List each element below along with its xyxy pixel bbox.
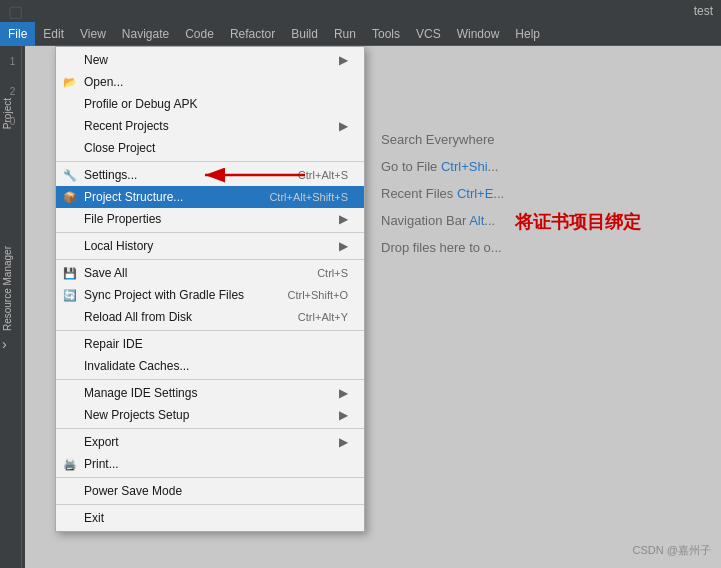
save-all-icon: 💾 — [62, 265, 78, 281]
reload-icon — [62, 309, 78, 325]
menu-edit[interactable]: Edit — [35, 22, 72, 46]
menu-item-open[interactable]: 📂 Open... — [56, 71, 364, 93]
menu-view[interactable]: View — [72, 22, 114, 46]
watermark-text: CSDN @嘉州子 — [633, 543, 711, 558]
collapse-icon[interactable]: › — [2, 336, 7, 352]
close-project-icon — [62, 140, 78, 156]
menu-navigate[interactable]: Navigate — [114, 22, 177, 46]
window-controls: ▢ — [8, 2, 23, 21]
menu-item-manage-ide[interactable]: Manage IDE Settings ▶ — [56, 382, 364, 404]
menu-refactor[interactable]: Refactor — [222, 22, 283, 46]
menu-build[interactable]: Build — [283, 22, 326, 46]
menu-item-repair-ide[interactable]: Repair IDE — [56, 333, 364, 355]
menu-item-new-projects-setup[interactable]: New Projects Setup ▶ — [56, 404, 364, 426]
menu-item-power-save[interactable]: Power Save Mode — [56, 480, 364, 502]
shortcuts-panel: Search Everywhere Go to File Ctrl+Shi...… — [361, 92, 721, 568]
separator-2 — [56, 232, 364, 233]
shortcut-recent-files: Recent Files Ctrl+E... — [381, 186, 701, 201]
shortcut-drop-files: Drop files here to o... — [381, 240, 701, 255]
separator-1 — [56, 161, 364, 162]
menu-item-invalidate-caches[interactable]: Invalidate Caches... — [56, 355, 364, 377]
profile-icon — [62, 96, 78, 112]
separator-3 — [56, 259, 364, 260]
menu-item-reload-disk[interactable]: Reload All from Disk Ctrl+Alt+Y — [56, 306, 364, 328]
menu-item-profile-debug[interactable]: Profile or Debug APK — [56, 93, 364, 115]
separator-8 — [56, 504, 364, 505]
menu-item-print[interactable]: 🖨️ Print... — [56, 453, 364, 475]
sync-icon: 🔄 — [62, 287, 78, 303]
menu-bar: File Edit View Navigate Code Refactor Bu… — [0, 22, 721, 46]
separator-4 — [56, 330, 364, 331]
menu-code[interactable]: Code — [177, 22, 222, 46]
export-icon — [62, 434, 78, 450]
separator-5 — [56, 379, 364, 380]
title-bar: ▢ test — [0, 0, 721, 22]
menu-file[interactable]: File — [0, 22, 35, 46]
manage-ide-icon — [62, 385, 78, 401]
shortcut-goto-file: Go to File Ctrl+Shi... — [381, 159, 701, 174]
line-num-2: 2 — [0, 76, 25, 106]
power-save-icon — [62, 483, 78, 499]
separator-6 — [56, 428, 364, 429]
menu-run[interactable]: Run — [326, 22, 364, 46]
menu-vcs[interactable]: VCS — [408, 22, 449, 46]
line-numbers: 1 2 0 — [0, 46, 25, 136]
exit-icon — [62, 510, 78, 526]
recent-icon — [62, 118, 78, 134]
local-history-icon — [62, 238, 78, 254]
open-icon: 📂 — [62, 74, 78, 90]
menu-item-save-all[interactable]: 💾 Save All Ctrl+S — [56, 262, 364, 284]
menu-item-export[interactable]: Export ▶ — [56, 431, 364, 453]
menu-item-recent-projects[interactable]: Recent Projects ▶ — [56, 115, 364, 137]
sidebar-tab-resource-manager[interactable]: Resource Manager — [2, 246, 24, 331]
menu-item-close-project[interactable]: Close Project — [56, 137, 364, 159]
line-num-3: 0 — [0, 106, 25, 136]
line-num-1: 1 — [0, 46, 25, 76]
menu-item-sync-gradle[interactable]: 🔄 Sync Project with Gradle Files Ctrl+Sh… — [56, 284, 364, 306]
menu-item-file-properties[interactable]: File Properties ▶ — [56, 208, 364, 230]
title-label: test — [694, 4, 713, 18]
menu-item-project-structure[interactable]: 📦 Project Structure... Ctrl+Alt+Shift+S — [56, 186, 364, 208]
annotation-text: 将证书项目绑定 — [515, 210, 641, 234]
menu-item-new[interactable]: New ▶ — [56, 49, 364, 71]
file-properties-icon — [62, 211, 78, 227]
project-structure-icon: 📦 — [62, 189, 78, 205]
menu-window[interactable]: Window — [449, 22, 508, 46]
menu-item-settings[interactable]: 🔧 Settings... Ctrl+Alt+S — [56, 164, 364, 186]
file-dropdown-menu: New ▶ 📂 Open... Profile or Debug APK Rec… — [55, 46, 365, 532]
new-icon — [62, 52, 78, 68]
menu-item-exit[interactable]: Exit — [56, 507, 364, 529]
menu-tools[interactable]: Tools — [364, 22, 408, 46]
print-icon: 🖨️ — [62, 456, 78, 472]
menu-help[interactable]: Help — [507, 22, 548, 46]
shortcut-search-everywhere: Search Everywhere — [381, 132, 701, 147]
repair-icon — [62, 336, 78, 352]
menu-item-local-history[interactable]: Local History ▶ — [56, 235, 364, 257]
settings-icon: 🔧 — [62, 167, 78, 183]
separator-7 — [56, 477, 364, 478]
new-projects-icon — [62, 407, 78, 423]
title-bar-left: ▢ — [8, 2, 23, 21]
invalidate-icon — [62, 358, 78, 374]
